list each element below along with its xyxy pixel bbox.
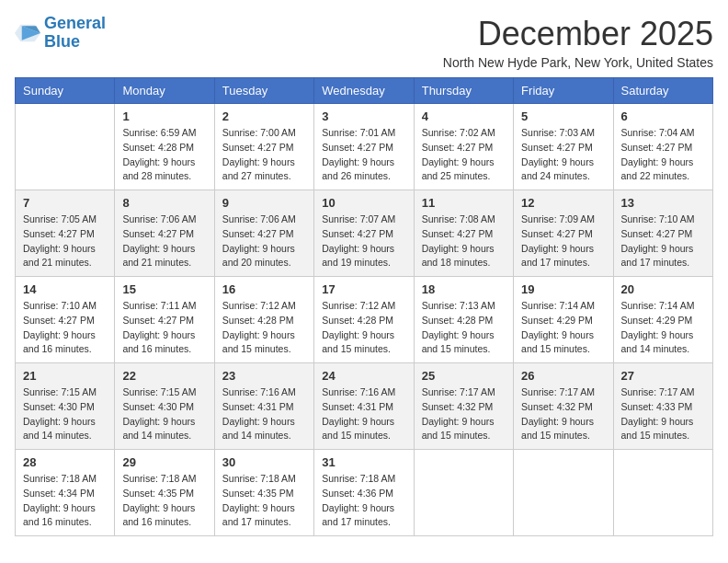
logo: General Blue bbox=[15, 15, 106, 52]
day-number: 7 bbox=[23, 196, 107, 210]
day-info: Sunrise: 7:12 AMSunset: 4:28 PMDaylight:… bbox=[222, 299, 306, 357]
page-header: General Blue December 2025 North New Hyd… bbox=[15, 15, 713, 70]
day-number: 24 bbox=[322, 369, 405, 383]
calendar-cell: 28Sunrise: 7:18 AMSunset: 4:34 PMDayligh… bbox=[16, 450, 115, 536]
logo-icon bbox=[15, 20, 40, 46]
day-number: 27 bbox=[621, 369, 705, 383]
day-number: 5 bbox=[521, 109, 605, 123]
day-info: Sunrise: 7:14 AMSunset: 4:29 PMDaylight:… bbox=[621, 299, 705, 357]
calendar-week-row: 28Sunrise: 7:18 AMSunset: 4:34 PMDayligh… bbox=[16, 450, 713, 536]
day-info: Sunrise: 7:11 AMSunset: 4:27 PMDaylight:… bbox=[122, 299, 206, 357]
calendar-week-row: 7Sunrise: 7:05 AMSunset: 4:27 PMDaylight… bbox=[16, 190, 713, 277]
calendar-cell: 13Sunrise: 7:10 AMSunset: 4:27 PMDayligh… bbox=[613, 190, 712, 277]
calendar-cell: 11Sunrise: 7:08 AMSunset: 4:27 PMDayligh… bbox=[414, 190, 513, 277]
day-number: 20 bbox=[621, 282, 705, 296]
weekday-header-thursday: Thursday bbox=[414, 78, 513, 104]
calendar-cell: 20Sunrise: 7:14 AMSunset: 4:29 PMDayligh… bbox=[613, 277, 712, 363]
day-info: Sunrise: 7:17 AMSunset: 4:32 PMDaylight:… bbox=[422, 385, 506, 443]
logo-line1: General bbox=[44, 14, 106, 32]
day-number: 6 bbox=[621, 109, 705, 123]
weekday-header-wednesday: Wednesday bbox=[314, 78, 414, 104]
day-info: Sunrise: 7:12 AMSunset: 4:28 PMDaylight:… bbox=[322, 299, 405, 357]
day-number: 16 bbox=[222, 282, 306, 296]
day-info: Sunrise: 7:04 AMSunset: 4:27 PMDaylight:… bbox=[621, 126, 705, 184]
day-number: 25 bbox=[422, 369, 506, 383]
day-info: Sunrise: 7:18 AMSunset: 4:36 PMDaylight:… bbox=[322, 472, 405, 530]
day-info: Sunrise: 7:17 AMSunset: 4:33 PMDaylight:… bbox=[621, 385, 705, 443]
day-info: Sunrise: 7:10 AMSunset: 4:27 PMDaylight:… bbox=[23, 299, 107, 357]
calendar-cell: 16Sunrise: 7:12 AMSunset: 4:28 PMDayligh… bbox=[214, 277, 313, 363]
day-info: Sunrise: 7:10 AMSunset: 4:27 PMDaylight:… bbox=[621, 213, 705, 270]
day-info: Sunrise: 7:13 AMSunset: 4:28 PMDaylight:… bbox=[422, 299, 506, 357]
calendar-table: SundayMondayTuesdayWednesdayThursdayFrid… bbox=[15, 77, 713, 536]
day-number: 23 bbox=[222, 369, 306, 383]
calendar-cell: 25Sunrise: 7:17 AMSunset: 4:32 PMDayligh… bbox=[414, 363, 513, 450]
calendar-cell: 23Sunrise: 7:16 AMSunset: 4:31 PMDayligh… bbox=[214, 363, 313, 450]
day-number: 1 bbox=[122, 109, 206, 123]
day-info: Sunrise: 7:08 AMSunset: 4:27 PMDaylight:… bbox=[422, 213, 506, 270]
calendar-cell: 22Sunrise: 7:15 AMSunset: 4:30 PMDayligh… bbox=[115, 363, 214, 450]
calendar-cell: 5Sunrise: 7:03 AMSunset: 4:27 PMDaylight… bbox=[514, 104, 613, 190]
weekday-header-row: SundayMondayTuesdayWednesdayThursdayFrid… bbox=[16, 78, 713, 104]
day-info: Sunrise: 7:02 AMSunset: 4:27 PMDaylight:… bbox=[422, 126, 506, 184]
weekday-header-tuesday: Tuesday bbox=[214, 78, 313, 104]
calendar-cell bbox=[414, 450, 513, 536]
logo-line2: Blue bbox=[44, 32, 80, 51]
calendar-cell: 24Sunrise: 7:16 AMSunset: 4:31 PMDayligh… bbox=[314, 363, 414, 450]
location-title: North New Hyde Park, New York, United St… bbox=[443, 55, 713, 70]
day-number: 15 bbox=[122, 282, 206, 296]
day-number: 4 bbox=[422, 109, 506, 123]
day-number: 3 bbox=[322, 109, 405, 123]
calendar-cell: 30Sunrise: 7:18 AMSunset: 4:35 PMDayligh… bbox=[214, 450, 313, 536]
calendar-cell: 12Sunrise: 7:09 AMSunset: 4:27 PMDayligh… bbox=[514, 190, 613, 277]
weekday-header-sunday: Sunday bbox=[16, 78, 115, 104]
weekday-header-friday: Friday bbox=[514, 78, 613, 104]
calendar-week-row: 21Sunrise: 7:15 AMSunset: 4:30 PMDayligh… bbox=[16, 363, 713, 450]
calendar-cell: 14Sunrise: 7:10 AMSunset: 4:27 PMDayligh… bbox=[16, 277, 115, 363]
day-number: 30 bbox=[222, 455, 306, 469]
weekday-header-saturday: Saturday bbox=[613, 78, 712, 104]
day-info: Sunrise: 7:18 AMSunset: 4:34 PMDaylight:… bbox=[23, 472, 107, 530]
day-info: Sunrise: 7:06 AMSunset: 4:27 PMDaylight:… bbox=[122, 213, 206, 270]
day-number: 21 bbox=[23, 369, 107, 383]
calendar-cell bbox=[514, 450, 613, 536]
day-number: 13 bbox=[621, 196, 705, 210]
day-info: Sunrise: 7:05 AMSunset: 4:27 PMDaylight:… bbox=[23, 213, 107, 270]
day-number: 2 bbox=[222, 109, 306, 123]
day-info: Sunrise: 7:17 AMSunset: 4:32 PMDaylight:… bbox=[521, 385, 605, 443]
calendar-cell: 4Sunrise: 7:02 AMSunset: 4:27 PMDaylight… bbox=[414, 104, 513, 190]
calendar-week-row: 14Sunrise: 7:10 AMSunset: 4:27 PMDayligh… bbox=[16, 277, 713, 363]
calendar-cell: 7Sunrise: 7:05 AMSunset: 4:27 PMDaylight… bbox=[16, 190, 115, 277]
day-number: 29 bbox=[122, 455, 206, 469]
calendar-cell: 3Sunrise: 7:01 AMSunset: 4:27 PMDaylight… bbox=[314, 104, 414, 190]
calendar-cell: 10Sunrise: 7:07 AMSunset: 4:27 PMDayligh… bbox=[314, 190, 414, 277]
calendar-cell: 8Sunrise: 7:06 AMSunset: 4:27 PMDaylight… bbox=[115, 190, 214, 277]
day-info: Sunrise: 7:07 AMSunset: 4:27 PMDaylight:… bbox=[322, 213, 405, 270]
day-number: 22 bbox=[122, 369, 206, 383]
day-number: 9 bbox=[222, 196, 306, 210]
day-number: 19 bbox=[521, 282, 605, 296]
day-info: Sunrise: 7:16 AMSunset: 4:31 PMDaylight:… bbox=[222, 385, 306, 443]
day-info: Sunrise: 7:18 AMSunset: 4:35 PMDaylight:… bbox=[222, 472, 306, 530]
calendar-cell: 29Sunrise: 7:18 AMSunset: 4:35 PMDayligh… bbox=[115, 450, 214, 536]
day-info: Sunrise: 7:03 AMSunset: 4:27 PMDaylight:… bbox=[521, 126, 605, 184]
day-info: Sunrise: 7:01 AMSunset: 4:27 PMDaylight:… bbox=[322, 126, 405, 184]
month-title: December 2025 bbox=[443, 15, 713, 53]
calendar-cell: 18Sunrise: 7:13 AMSunset: 4:28 PMDayligh… bbox=[414, 277, 513, 363]
day-info: Sunrise: 7:09 AMSunset: 4:27 PMDaylight:… bbox=[521, 213, 605, 270]
day-number: 11 bbox=[422, 196, 506, 210]
calendar-week-row: 1Sunrise: 6:59 AMSunset: 4:28 PMDaylight… bbox=[16, 104, 713, 190]
day-info: Sunrise: 6:59 AMSunset: 4:28 PMDaylight:… bbox=[122, 126, 206, 184]
calendar-cell: 26Sunrise: 7:17 AMSunset: 4:32 PMDayligh… bbox=[514, 363, 613, 450]
calendar-cell: 1Sunrise: 6:59 AMSunset: 4:28 PMDaylight… bbox=[115, 104, 214, 190]
calendar-cell bbox=[613, 450, 712, 536]
day-number: 31 bbox=[322, 455, 405, 469]
calendar-cell: 6Sunrise: 7:04 AMSunset: 4:27 PMDaylight… bbox=[613, 104, 712, 190]
calendar-cell: 15Sunrise: 7:11 AMSunset: 4:27 PMDayligh… bbox=[115, 277, 214, 363]
weekday-header-monday: Monday bbox=[115, 78, 214, 104]
day-info: Sunrise: 7:18 AMSunset: 4:35 PMDaylight:… bbox=[122, 472, 206, 530]
day-info: Sunrise: 7:14 AMSunset: 4:29 PMDaylight:… bbox=[521, 299, 605, 357]
day-number: 18 bbox=[422, 282, 506, 296]
calendar-cell: 19Sunrise: 7:14 AMSunset: 4:29 PMDayligh… bbox=[514, 277, 613, 363]
calendar-cell bbox=[16, 104, 115, 190]
